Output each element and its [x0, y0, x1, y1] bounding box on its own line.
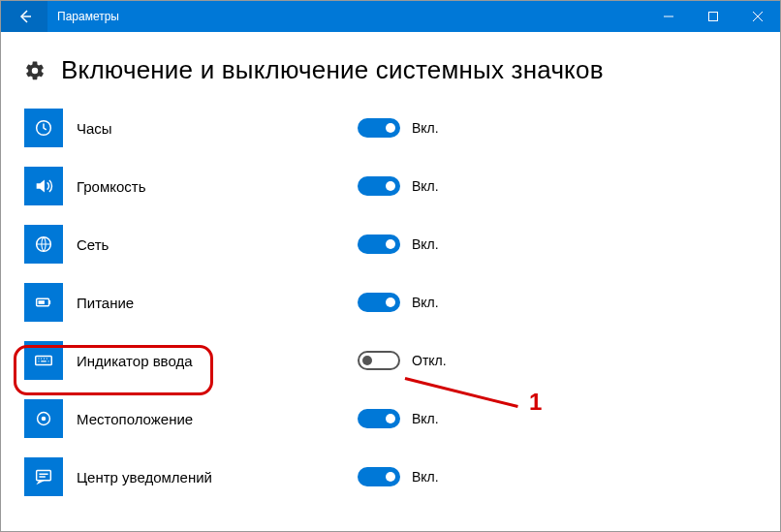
location-icon — [24, 399, 63, 438]
svg-rect-0 — [709, 13, 718, 21]
title-bar: Параметры — [1, 1, 780, 32]
back-arrow-icon — [16, 9, 32, 24]
setting-label: Индикатор ввода — [77, 353, 358, 369]
toggle-state-label: Вкл. — [412, 295, 439, 310]
setting-label: Громкость — [77, 178, 358, 195]
toggle-input[interactable] — [358, 351, 400, 370]
toggle-actioncenter[interactable] — [358, 467, 400, 486]
toggle-state-label: Вкл. — [412, 411, 439, 426]
settings-list: ЧасыВкл.ГромкостьВкл.СетьВкл.ПитаниеВкл.… — [24, 109, 757, 496]
setting-label: Питание — [77, 295, 358, 311]
content-area: Включение и выключение системных значков… — [1, 32, 780, 496]
close-icon — [753, 12, 763, 21]
toggle-state-label: Вкл. — [412, 178, 439, 194]
page-title: Включение и выключение системных значков — [61, 55, 604, 85]
toggle-network[interactable] — [358, 235, 400, 254]
setting-label: Местоположение — [77, 411, 358, 427]
setting-label: Часы — [77, 120, 358, 137]
input-icon — [24, 341, 63, 380]
maximize-button[interactable] — [691, 1, 735, 32]
toggle-state-label: Вкл. — [412, 236, 439, 252]
setting-row-location: МестоположениеВкл. — [24, 399, 757, 438]
minimize-button[interactable] — [646, 1, 691, 32]
toggle-clock[interactable] — [358, 118, 400, 138]
volume-icon — [24, 167, 63, 205]
actioncenter-icon — [24, 457, 63, 496]
setting-row-power: ПитаниеВкл. — [24, 283, 757, 322]
window-title: Параметры — [57, 10, 119, 23]
minimize-icon — [664, 12, 673, 21]
setting-row-clock: ЧасыВкл. — [24, 109, 757, 147]
gear-icon — [24, 60, 46, 81]
setting-row-input: Индикатор вводаОткл. — [24, 341, 757, 380]
clock-icon — [24, 109, 63, 147]
settings-window: Параметры Включение и выключение системн… — [0, 0, 781, 532]
setting-label: Сеть — [77, 236, 358, 253]
setting-row-network: СетьВкл. — [24, 225, 757, 264]
toggle-state-label: Вкл. — [412, 469, 439, 485]
setting-row-actioncenter: Центр уведомленийВкл. — [24, 457, 757, 496]
network-icon — [24, 225, 63, 264]
setting-row-volume: ГромкостьВкл. — [24, 167, 757, 205]
maximize-icon — [708, 12, 718, 21]
setting-label: Центр уведомлений — [77, 469, 358, 485]
toggle-state-label: Откл. — [412, 353, 447, 368]
back-button[interactable] — [1, 1, 47, 32]
toggle-state-label: Вкл. — [412, 120, 439, 136]
power-icon — [24, 283, 63, 322]
toggle-volume[interactable] — [358, 176, 400, 196]
toggle-power[interactable] — [358, 293, 400, 312]
toggle-location[interactable] — [358, 409, 400, 428]
close-button[interactable] — [735, 1, 780, 32]
